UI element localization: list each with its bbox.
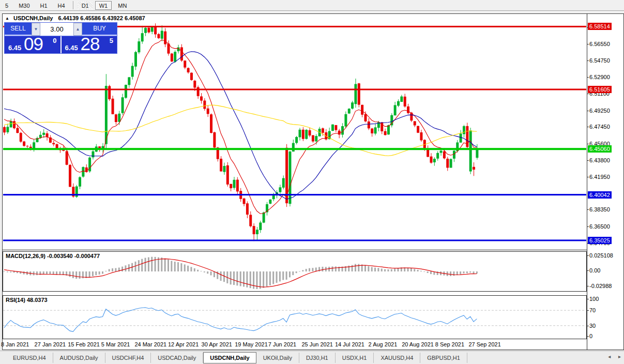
macd-axis-zero: 0.00: [589, 267, 600, 274]
mt4-terminal: 5M30H1H4D1W1MN ▲ USDCNH,Daily 6.44139 6.…: [0, 0, 624, 364]
date-axis-label: 27 Sep 2021: [468, 341, 500, 347]
tab-scroll-left-icon[interactable]: ◂: [608, 354, 611, 359]
price-tick: 6.36500: [589, 223, 610, 230]
tab-scroll-right-icon[interactable]: ▸: [618, 354, 621, 359]
macd-axis-max: 0.025108: [589, 252, 613, 259]
price-line-chip: 6.40042: [588, 191, 612, 199]
price-chart-canvas[interactable]: [3, 22, 586, 250]
symbol-tab-gbpusd[interactable]: GBPUSD,H1: [420, 353, 467, 363]
toolbar-separator: [73, 1, 74, 9]
price-tick: 6.43800: [589, 157, 610, 163]
timeframe-button-5[interactable]: 5: [1, 1, 12, 10]
timeframe-button-m30[interactable]: M30: [14, 1, 34, 10]
date-axis-label: 15 Feb 2021: [68, 341, 100, 347]
pane-separator[interactable]: [3, 250, 587, 250]
price-line-chip: 6.58514: [588, 23, 612, 30]
sell-price-prefix: 6.45: [8, 44, 21, 52]
timeframe-button-mn[interactable]: MN: [114, 1, 131, 10]
date-axis-label: 24 Mar 2021: [134, 341, 166, 347]
symbol-tab-eurusd[interactable]: EURUSD,H4: [6, 353, 53, 363]
date-axis-label: 27 Jan 2021: [35, 341, 66, 347]
price-tick: 6.41950: [589, 174, 610, 180]
tab-scroll-arrows: ◂ ▸: [602, 354, 621, 359]
chart-symbol-label: USDCNH,Daily: [13, 15, 53, 21]
date-axis-label: 8 Sep 2021: [435, 341, 464, 347]
date-axis-label: 5 Mar 2021: [101, 341, 130, 347]
rsi-axis-0: 0: [589, 333, 592, 339]
date-axis-label: 25 Jun 2021: [301, 341, 333, 347]
price-line-chip: 6.35025: [588, 237, 612, 244]
rsi-axis-30: 30: [589, 323, 596, 329]
timeframe-button-d1[interactable]: D1: [78, 1, 93, 10]
collapse-panel-icon[interactable]: ▲: [5, 16, 9, 21]
timeframe-button-h4[interactable]: H4: [54, 1, 69, 10]
price-line-chip: 6.45060: [588, 145, 612, 153]
symbol-tab-usdcnh[interactable]: USDCNH,Daily: [203, 352, 256, 363]
spin-up-icon: ▲: [76, 27, 80, 32]
macd-pane[interactable]: MACD(12,26,9) -0.003540 -0.000477: [3, 251, 587, 292]
spin-down-icon: ▼: [34, 27, 38, 32]
timeframe-button-h1[interactable]: H1: [36, 1, 52, 10]
price-tick: 6.56550: [589, 41, 610, 47]
symbol-tab-ukoil[interactable]: UKOil,Daily: [256, 353, 299, 363]
symbol-tab-bar: EURUSD,H4AUDUSD,DailyUSDCHF,H4USDCAD,Dai…: [0, 351, 624, 364]
date-axis-label: 30 Apr 2021: [202, 341, 232, 347]
sell-price-digits: 09: [24, 34, 43, 54]
price-tick: 6.52900: [589, 74, 610, 80]
date-axis-label: 7 Jun 2021: [268, 341, 296, 347]
date-axis-label: 19 May 2021: [235, 341, 268, 347]
price-tick: 6.47450: [589, 124, 610, 130]
rsi-pane[interactable]: RSI(14) 48.0373: [3, 295, 587, 339]
rsi-label: RSI(14) 48.0373: [6, 297, 48, 303]
buy-price-prefix: 6.45: [65, 44, 78, 52]
date-axis-label: 20 Aug 2021: [402, 341, 434, 347]
date-axis-label: 14 Jul 2021: [335, 341, 364, 347]
timeframe-button-w1[interactable]: W1: [95, 1, 112, 10]
chart-ohlc-values: 6.44139 6.45586 6.43922 6.45087: [58, 15, 145, 21]
symbol-tab-usdchf[interactable]: USDCHF,H4: [105, 353, 151, 363]
chart-title-bar: ▲ USDCNH,Daily 6.44139 6.45586 6.43922 6…: [5, 15, 145, 21]
date-axis-label: 12 Apr 2021: [168, 341, 199, 347]
price-tick: 6.49250: [589, 108, 610, 114]
symbol-tab-dj30[interactable]: DJ30,H1: [299, 353, 336, 363]
volume-input[interactable]: [40, 23, 73, 36]
date-axis-label: 2 Aug 2021: [369, 341, 398, 347]
buy-price-pip: 5: [110, 37, 113, 44]
sell-price-pip: 0: [53, 37, 56, 44]
rsi-axis-100: 100: [589, 296, 599, 302]
symbol-tab-xauusd[interactable]: XAUUSD,H4: [374, 353, 420, 363]
symbol-tab-usdcad[interactable]: USDCAD,Daily: [151, 353, 203, 363]
date-axis-label: 8 Jan 2021: [1, 341, 29, 347]
one-click-trade-panel: SELL ▼ ▲ BUY 6.45 09 0 6.45 28 5: [4, 22, 117, 54]
price-line-chip: 6.51605: [588, 86, 612, 93]
sell-price-display[interactable]: 6.45 09 0: [5, 36, 62, 53]
buy-price-digits: 28: [81, 34, 100, 54]
price-axis-line: [587, 13, 587, 350]
symbol-tab-usdx[interactable]: USDX,H1: [336, 353, 374, 363]
buy-price-display[interactable]: 6.45 28 5: [62, 36, 117, 53]
macd-axis-min: -0.02988: [589, 283, 612, 289]
timeframe-toolbar: 5M30H1H4D1W1MN: [0, 0, 624, 11]
price-tick: 6.54750: [589, 57, 610, 64]
symbol-tab-audusd[interactable]: AUDUSD,Daily: [53, 353, 105, 363]
rsi-axis-70: 70: [589, 307, 596, 313]
macd-label: MACD(12,26,9) -0.003540 -0.000477: [6, 253, 100, 259]
price-tick: 6.38350: [589, 206, 610, 213]
